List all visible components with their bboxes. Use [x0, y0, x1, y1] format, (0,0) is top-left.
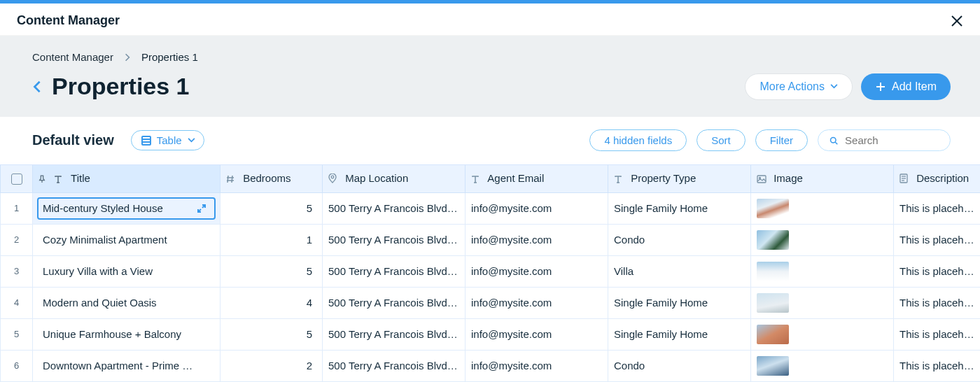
cell-map[interactable]: 500 Terry A Francois Blvd,…: [323, 192, 465, 224]
cell-bedrooms[interactable]: 5: [220, 255, 323, 287]
search-icon: [830, 136, 838, 146]
more-actions-label: More Actions: [760, 80, 824, 93]
cell-description[interactable]: This is placeholde: [894, 287, 981, 318]
expand-row-button[interactable]: [193, 200, 210, 217]
breadcrumb: Content Manager Properties 1: [32, 51, 951, 63]
cell-title[interactable]: Mid-century Styled House: [33, 192, 220, 224]
cell-description[interactable]: This is placeholde: [894, 224, 981, 255]
cell-email[interactable]: info@mysite.com: [465, 350, 608, 381]
cell-map[interactable]: 500 Terry A Francois Blvd,…: [323, 350, 465, 381]
column-header-email[interactable]: Agent Email: [465, 165, 608, 192]
column-label: Description: [916, 172, 969, 184]
number-type-icon: [226, 174, 236, 185]
image-thumbnail: [757, 262, 789, 281]
view-picker[interactable]: Table: [131, 130, 204, 150]
page-subheader: Content Manager Properties 1 Properties …: [0, 36, 980, 117]
cell-image[interactable]: [751, 192, 894, 224]
column-label: Map Location: [345, 172, 408, 184]
location-type-icon: [328, 174, 338, 185]
cell-ptype[interactable]: Villa: [608, 255, 751, 287]
table-row[interactable]: 2 Cozy Minimalist Apartment 1 500 Terry …: [1, 224, 981, 255]
title-text: Downtown Apartment - Prime …: [43, 360, 192, 372]
add-item-label: Add Item: [892, 80, 937, 93]
search-field[interactable]: [818, 129, 951, 151]
image-thumbnail: [757, 325, 789, 344]
cell-email[interactable]: info@mysite.com: [465, 287, 608, 318]
column-header-description[interactable]: Description: [894, 165, 981, 192]
table-row[interactable]: 5 Unique Farmhouse + Balcony 5 500 Terry…: [1, 318, 981, 350]
cell-image[interactable]: [751, 318, 894, 350]
table-row[interactable]: 3 Luxury Villa with a View 5 500 Terry A…: [1, 255, 981, 287]
more-actions-button[interactable]: More Actions: [745, 73, 852, 100]
svg-line-9: [227, 176, 228, 183]
cell-ptype[interactable]: Single Family Home: [608, 318, 751, 350]
table-row[interactable]: 6 Downtown Apartment - Prime … 2 500 Ter…: [1, 350, 981, 381]
cell-map[interactable]: 500 Terry A Francois Blvd,…: [323, 224, 465, 255]
cell-map[interactable]: 500 Terry A Francois Blvd,…: [323, 255, 465, 287]
cell-email[interactable]: info@mysite.com: [465, 318, 608, 350]
cell-image[interactable]: [751, 287, 894, 318]
chevron-down-icon: [188, 138, 195, 143]
cell-description[interactable]: This is placeholde: [894, 192, 981, 224]
cell-title[interactable]: Luxury Villa with a View: [33, 255, 220, 287]
cell-bedrooms[interactable]: 5: [220, 192, 323, 224]
image-type-icon: [757, 174, 766, 185]
cell-ptype[interactable]: Condo: [608, 350, 751, 381]
sort-button[interactable]: Sort: [696, 129, 746, 151]
back-button[interactable]: [32, 80, 42, 93]
cell-bedrooms[interactable]: 1: [220, 224, 323, 255]
cell-map[interactable]: 500 Terry A Francois Blvd,…: [323, 318, 465, 350]
cell-description[interactable]: This is placeholde: [894, 318, 981, 350]
row-number: 5: [1, 318, 33, 350]
svg-point-7: [831, 137, 836, 143]
breadcrumb-root[interactable]: Content Manager: [32, 51, 113, 63]
column-header-map[interactable]: Map Location: [323, 165, 465, 192]
cell-title[interactable]: Modern and Quiet Oasis: [33, 287, 220, 318]
cell-email[interactable]: info@mysite.com: [465, 224, 608, 255]
column-header-title[interactable]: Title: [33, 165, 220, 192]
cell-email[interactable]: info@mysite.com: [465, 192, 608, 224]
cell-ptype[interactable]: Condo: [608, 224, 751, 255]
select-all-checkbox[interactable]: [11, 174, 22, 185]
row-number: 3: [1, 255, 33, 287]
column-header-bedrooms[interactable]: Bedrooms: [220, 165, 323, 192]
column-label: Agent Email: [487, 172, 544, 184]
cell-description[interactable]: This is placeholde: [894, 255, 981, 287]
close-icon[interactable]: [951, 15, 963, 27]
richtext-type-icon: [899, 174, 909, 185]
image-thumbnail: [757, 230, 789, 250]
view-picker-label: Table: [157, 134, 182, 146]
search-input[interactable]: [845, 134, 939, 146]
column-header-image[interactable]: Image: [751, 165, 894, 192]
image-thumbnail: [757, 199, 789, 218]
hidden-fields-button[interactable]: 4 hidden fields: [589, 129, 687, 151]
cell-image[interactable]: [751, 224, 894, 255]
column-header-ptype[interactable]: Property Type: [608, 165, 751, 192]
row-number: 1: [1, 192, 33, 224]
column-label: Image: [774, 172, 803, 184]
cell-description[interactable]: This is placeholde: [894, 350, 981, 381]
cell-bedrooms[interactable]: 4: [220, 287, 323, 318]
table-row[interactable]: 1 Mid-century Styled House 5 500 Terry A…: [1, 192, 981, 224]
text-type-icon: [614, 174, 624, 185]
row-number: 2: [1, 224, 33, 255]
panel-title: Content Manager: [17, 13, 120, 28]
cell-ptype[interactable]: Single Family Home: [608, 287, 751, 318]
title-text: Cozy Minimalist Apartment: [43, 234, 167, 246]
cell-map[interactable]: 500 Terry A Francois Blvd,…: [323, 287, 465, 318]
filter-button[interactable]: Filter: [755, 129, 808, 151]
cell-bedrooms[interactable]: 2: [220, 350, 323, 381]
add-item-button[interactable]: Add Item: [861, 73, 951, 100]
cell-title[interactable]: Downtown Apartment - Prime …: [33, 350, 220, 381]
table-row[interactable]: 4 Modern and Quiet Oasis 4 500 Terry A F…: [1, 287, 981, 318]
cell-image[interactable]: [751, 255, 894, 287]
cell-title[interactable]: Cozy Minimalist Apartment: [33, 224, 220, 255]
column-label: Title: [71, 172, 90, 184]
cell-ptype[interactable]: Single Family Home: [608, 192, 751, 224]
cell-image[interactable]: [751, 350, 894, 381]
data-table: Title Bedrooms Map Location Agent Email …: [0, 164, 980, 382]
cell-title[interactable]: Unique Farmhouse + Balcony: [33, 318, 220, 350]
select-all-header[interactable]: [1, 165, 33, 192]
cell-email[interactable]: info@mysite.com: [465, 255, 608, 287]
cell-bedrooms[interactable]: 5: [220, 318, 323, 350]
